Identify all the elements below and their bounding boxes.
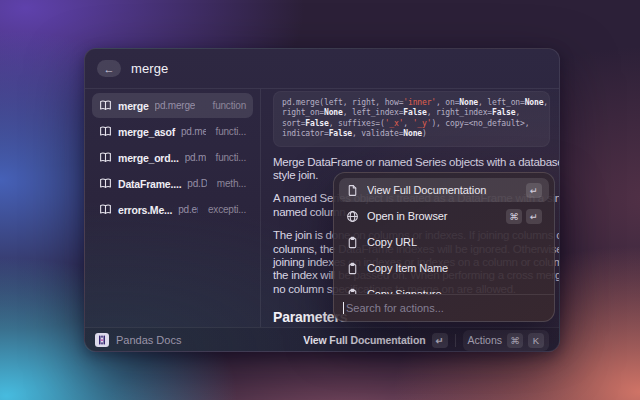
app-name: Pandas Docs (116, 334, 181, 346)
action-shortcut: ⌘↵ (506, 209, 542, 224)
action-label: Copy Item Name (367, 262, 534, 274)
search-query[interactable]: merge (131, 61, 168, 76)
signature-code-block: pd.merge(left, right, how='inner', on=No… (273, 91, 550, 147)
action-label: Open in Browser (367, 210, 498, 222)
book-icon (99, 125, 112, 138)
list-item-title: errors.Me... (118, 204, 172, 216)
code-line: right_on=None, left_index=False, right_i… (282, 108, 541, 118)
actions-menu: View Full Documentation ↵ Open in Browse… (334, 173, 554, 294)
back-button[interactable]: ← (97, 60, 121, 77)
command-keycap: ⌘ (507, 333, 523, 348)
action-menu-item[interactable]: Copy URL (339, 230, 549, 254)
action-label: Copy URL (367, 236, 534, 248)
list-item-title: merge (118, 100, 149, 112)
book-icon (99, 99, 112, 112)
list-item-title: merge_ord... (118, 152, 179, 164)
return-keycap: ↵ (432, 333, 448, 348)
list-item-type: functi... (212, 152, 246, 163)
code-line: sort=False, suffixes=('_x', '_y'), copy=… (282, 119, 541, 129)
book-icon (99, 203, 112, 216)
code-line: pd.merge(left, right, how='inner', on=No… (282, 98, 541, 108)
list-item-type: functi... (212, 126, 246, 137)
action-menu-item[interactable]: Open in Browser ⌘↵ (339, 204, 549, 228)
list-item-subtitle: pd.merge (155, 100, 196, 111)
action-menu-item[interactable]: View Full Documentation ↵ (339, 178, 549, 202)
list-item[interactable]: merge_ord... pd.merge... functi... (92, 145, 253, 170)
status-bar: Pandas Docs View Full Documentation ↵ Ac… (85, 327, 559, 352)
list-item-subtitle: pd.merge... (181, 126, 206, 137)
actions-search[interactable] (334, 294, 554, 321)
list-item-title: merge_asof (118, 126, 175, 138)
list-item-subtitle: pd.errors... (178, 204, 198, 215)
view-full-documentation-button[interactable]: View Full Documentation ↵ (303, 333, 447, 348)
list-item-type: excepti... (204, 204, 246, 215)
footer-divider (455, 334, 456, 347)
book-icon (99, 177, 112, 190)
list-item[interactable]: errors.Me... pd.errors... excepti... (92, 197, 253, 222)
k-keycap: K (528, 333, 544, 348)
action-shortcut: ↵ (526, 183, 542, 198)
pandas-logo-icon (95, 333, 109, 347)
actions-button[interactable]: Actions ⌘ K (463, 330, 549, 351)
action-menu-item[interactable]: Copy Item Name (339, 256, 549, 280)
list-item[interactable]: DataFrame.... pd.DataF... meth... (92, 171, 253, 196)
list-item-title: DataFrame.... (118, 178, 181, 190)
desktop-background: ← merge merge pd.merge function merge_as… (0, 0, 640, 400)
list-item[interactable]: merge pd.merge function (92, 93, 253, 118)
actions-search-input[interactable] (346, 302, 545, 314)
search-header: ← merge (85, 49, 559, 89)
list-item-subtitle: pd.DataF... (187, 178, 206, 189)
shortcut-keycap: ↵ (526, 183, 542, 198)
list-item-type: function (209, 100, 246, 111)
globe-icon (346, 210, 359, 223)
text-cursor (343, 302, 344, 314)
action-label: View Full Documentation (367, 184, 518, 196)
shortcut-keycap: ⌘ (506, 209, 522, 224)
back-arrow-icon: ← (104, 63, 115, 75)
clipboard-icon (346, 262, 359, 275)
footer-actions: View Full Documentation ↵ Actions ⌘ K (303, 330, 549, 351)
code-line: indicator=False, validate=None) (282, 129, 541, 139)
primary-action-label: View Full Documentation (303, 334, 425, 346)
document-icon (346, 184, 359, 197)
list-item-type: meth... (213, 178, 246, 189)
list-item[interactable]: merge_asof pd.merge... functi... (92, 119, 253, 144)
clipboard-icon (346, 236, 359, 249)
actions-label: Actions (468, 334, 502, 346)
results-list: merge pd.merge function merge_asof pd.me… (85, 89, 261, 327)
actions-popover: View Full Documentation ↵ Open in Browse… (333, 172, 555, 322)
book-icon (99, 151, 112, 164)
shortcut-keycap: ↵ (526, 209, 542, 224)
action-menu-item[interactable]: Copy Signature (339, 282, 549, 294)
list-item-subtitle: pd.merge... (185, 152, 206, 163)
